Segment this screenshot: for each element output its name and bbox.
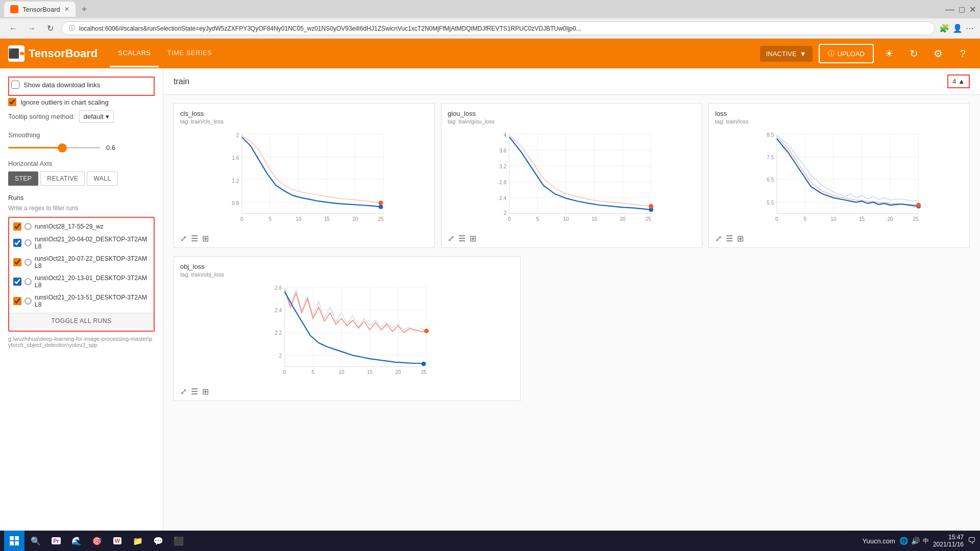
svg-point-73	[916, 203, 921, 208]
obj-loss-data-btn[interactable]: ☰	[191, 387, 198, 396]
vscode-btn[interactable]: ⬛	[169, 532, 188, 546]
axis-relative-button[interactable]: RELATIVE	[40, 171, 85, 186]
browser-tab[interactable]: TensorBoard ✕	[4, 2, 76, 17]
toggle-all-button[interactable]: TOGGLE ALL RUNS	[9, 313, 154, 329]
run-circle-4	[24, 297, 32, 305]
chrome-btn[interactable]: 🎯	[88, 532, 106, 546]
obj-loss-svg: 2.6 2.4 2.2 2 0 5 10 15 20 25	[180, 282, 514, 384]
giou-loss-expand-btn[interactable]: ⤢	[448, 234, 454, 243]
extensions-icon[interactable]: 🧩	[939, 23, 949, 33]
theme-icon[interactable]: ☀	[880, 44, 898, 63]
logo-icon	[8, 45, 24, 62]
maximize-button[interactable]: ▢	[959, 5, 965, 13]
tab-title: TensorBoard	[22, 6, 60, 13]
wechat-btn[interactable]: 💬	[149, 532, 167, 546]
dropdown-arrow-icon: ▼	[800, 50, 806, 58]
svg-text:5.5: 5.5	[767, 200, 774, 206]
edge-btn[interactable]: 🌊	[67, 532, 86, 546]
office-btn[interactable]: W	[108, 532, 127, 546]
svg-text:3.2: 3.2	[499, 164, 506, 169]
show-download-row[interactable]: Show data download links	[11, 81, 152, 89]
explorer-btn[interactable]: 📁	[129, 532, 147, 546]
svg-text:20: 20	[620, 216, 626, 222]
content-area: train 4 ▲ cls_loss tag: train/cls_loss	[163, 68, 980, 546]
expand-button[interactable]: 4 ▲	[947, 74, 970, 88]
cls-loss-data-btn[interactable]: ☰	[191, 234, 198, 243]
chart-giou-loss-title: giou_loss	[448, 110, 696, 117]
address-bar[interactable]: ⓘ localhost:6006/#scalars&runSelectionSt…	[61, 21, 935, 35]
new-tab-button[interactable]: +	[78, 4, 91, 15]
logo: TensorBoard	[8, 45, 97, 62]
run-item-1[interactable]: runs\Oct21_20-04-02_DESKTOP-3T2AML8	[9, 233, 154, 253]
giou-loss-controls: ⤢ ☰ ⊞	[448, 234, 696, 243]
cls-loss-svg: 2 1.6 1.2 0.8 0 5 10 15 20 25	[180, 129, 428, 231]
upload-button[interactable]: ⓘ UPLOAD	[819, 44, 874, 63]
close-window-button[interactable]: ✕	[969, 5, 976, 14]
cls-loss-zoom-btn[interactable]: ⊞	[202, 234, 209, 243]
run-item-2[interactable]: runs\Oct21_20-07-22_DESKTOP-3T2AML8	[9, 253, 154, 272]
refresh-icon[interactable]: ↻	[904, 44, 923, 63]
axis-wall-button[interactable]: WALL	[87, 171, 117, 186]
ignore-outliers-checkbox[interactable]	[8, 98, 16, 106]
close-tab-button[interactable]: ✕	[64, 6, 69, 13]
taskbar-time: 15:47 2021/11/16	[933, 534, 964, 546]
loss-zoom-btn[interactable]: ⊞	[737, 234, 744, 243]
obj-loss-zoom-btn[interactable]: ⊞	[202, 387, 209, 396]
giou-loss-zoom-btn[interactable]: ⊞	[470, 234, 476, 243]
svg-text:0: 0	[240, 216, 243, 222]
smoothing-slider[interactable]	[8, 147, 100, 148]
start-button[interactable]	[4, 531, 24, 546]
premiere-btn[interactable]: Pr	[47, 532, 65, 546]
main-layout: Show data download links Ignore outliers…	[0, 68, 980, 546]
run-item-0[interactable]: runs\Oct28_17-55-29_wz	[9, 220, 154, 233]
inactive-dropdown[interactable]: INACTIVE ▼	[760, 46, 813, 62]
svg-point-23	[379, 205, 383, 209]
sidebar: Show data download links Ignore outliers…	[0, 68, 163, 546]
run-circle-1	[24, 239, 32, 246]
logo-text: TensorBoard	[29, 47, 97, 60]
run-checkbox-4[interactable]	[13, 297, 21, 305]
svg-rect-1	[21, 52, 23, 56]
minimize-button[interactable]: —	[945, 4, 954, 15]
ignore-outliers-row[interactable]: Ignore outliers in chart scaling	[8, 98, 155, 106]
loss-expand-btn[interactable]: ⤢	[715, 234, 722, 243]
loss-svg: 8.5 7.5 6.5 5.5 0 5 10 15 20 25	[715, 129, 963, 231]
run-checkbox-2[interactable]	[13, 258, 21, 266]
show-download-checkbox[interactable]	[11, 81, 19, 89]
date-display: 2021/11/16	[933, 541, 964, 546]
svg-rect-97	[10, 536, 14, 540]
run-checkbox-3[interactable]	[13, 278, 21, 286]
profile-icon[interactable]: 👤	[952, 23, 963, 33]
notification-icon[interactable]: 🗨	[968, 536, 976, 545]
run-item-3[interactable]: runs\Oct21_20-13-01_DESKTOP-3T2AML8	[9, 272, 154, 291]
loss-controls: ⤢ ☰ ⊞	[715, 234, 963, 243]
run-checkbox-0[interactable]	[13, 222, 21, 231]
chart-cls-loss-title: cls_loss	[180, 110, 428, 117]
tooltip-dropdown[interactable]: default ▾	[79, 110, 114, 123]
inactive-label: INACTIVE	[766, 50, 797, 58]
svg-text:5: 5	[312, 369, 315, 375]
nav-tab-timeseries[interactable]: TIME SERIES	[159, 40, 220, 67]
reload-button[interactable]: ↻	[43, 21, 57, 36]
back-button[interactable]: ←	[6, 21, 20, 36]
axis-step-button[interactable]: STEP	[8, 171, 38, 186]
svg-rect-98	[15, 536, 19, 540]
forward-button[interactable]: →	[24, 21, 39, 36]
svg-text:1.6: 1.6	[232, 155, 239, 161]
giou-loss-data-btn[interactable]: ☰	[458, 234, 465, 243]
chart-giou-loss-tag: tag: train/giou_loss	[448, 118, 696, 124]
nav-tab-scalars[interactable]: SCALARS	[110, 40, 159, 67]
cls-loss-expand-btn[interactable]: ⤢	[180, 234, 187, 243]
svg-text:25: 25	[378, 216, 384, 222]
loss-data-btn[interactable]: ☰	[726, 234, 733, 243]
search-taskbar-btn[interactable]: 🔍	[27, 532, 45, 546]
run-checkbox-1[interactable]	[13, 239, 21, 247]
help-icon[interactable]: ?	[953, 44, 972, 63]
svg-text:25: 25	[645, 216, 651, 222]
run-item-4[interactable]: runs\Oct21_20-13-51_DESKTOP-3T2AML8	[9, 291, 154, 311]
settings-icon[interactable]: ⚙	[929, 44, 947, 63]
svg-text:4: 4	[504, 132, 507, 138]
run-circle-2	[24, 259, 32, 266]
obj-loss-expand-btn[interactable]: ⤢	[180, 387, 187, 396]
more-icon[interactable]: ⋯	[966, 23, 974, 33]
